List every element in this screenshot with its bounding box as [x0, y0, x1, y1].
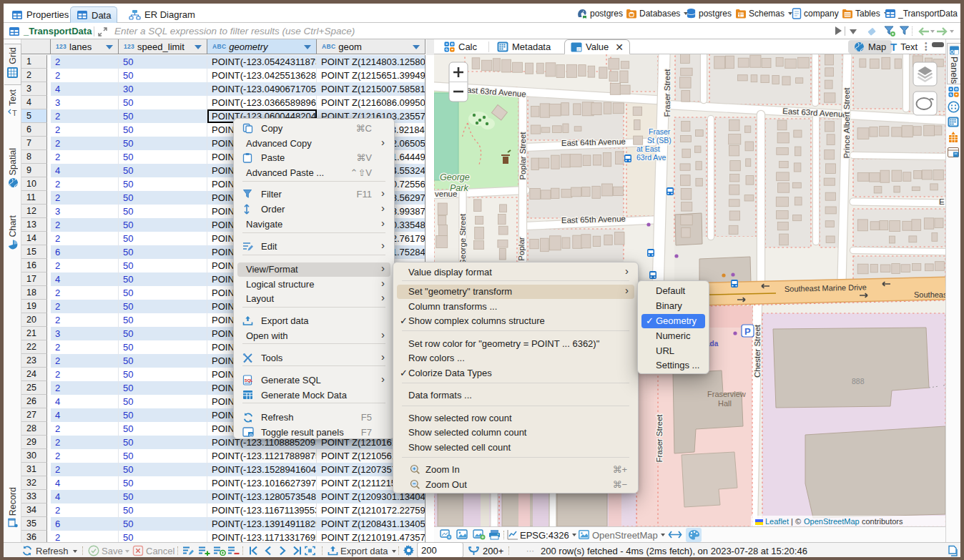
svg-text:63rd Ave: 63rd Ave: [636, 153, 666, 162]
svg-text:T: T: [12, 109, 17, 117]
svg-text:Leaflet: Leaflet: [765, 517, 789, 526]
svg-text:888: 888: [852, 377, 865, 385]
svg-text:Fraser Street: Fraser Street: [663, 69, 672, 117]
svg-text:P: P: [744, 326, 751, 337]
svg-text:SQL: SQL: [245, 378, 252, 382]
svg-text:Chester Street: Chester Street: [753, 324, 762, 378]
svg-text:East 64th Avenue: East 64th Avenue: [561, 137, 626, 147]
svg-text:George Street: George Street: [458, 213, 467, 265]
svg-text:at East: at East: [636, 144, 660, 153]
svg-text:Prince Albert Street: Prince Albert Street: [842, 87, 851, 159]
svg-text:OpenStreetMap: OpenStreetMap: [804, 517, 860, 526]
svg-text:George: George: [440, 172, 470, 182]
svg-text:| ©: | ©: [791, 517, 801, 526]
svg-text:Hall: Hall: [718, 399, 732, 408]
svg-text:Poplar: Poplar: [517, 237, 526, 260]
svg-text:Park: Park: [450, 183, 468, 193]
svg-text:Southeas: Southeas: [914, 290, 945, 299]
svg-text:Poplar Street: Poplar Street: [518, 132, 527, 180]
svg-text:Fraser: Fraser: [649, 127, 671, 136]
svg-text:St (SB): St (SB): [647, 136, 672, 144]
svg-text:E: E: [939, 197, 945, 206]
svg-text:East 65th Avenue: East 65th Avenue: [561, 215, 626, 225]
svg-text:contributors: contributors: [862, 517, 903, 526]
svg-text:Fraserview: Fraserview: [707, 390, 746, 398]
svg-text:Fraser Street: Fraser Street: [655, 414, 664, 463]
